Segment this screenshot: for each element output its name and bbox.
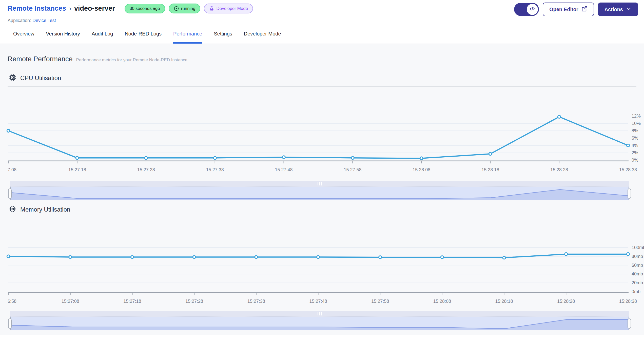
memory-chart-title: Memory Utilisation	[20, 206, 70, 213]
breadcrumb-current: video-server	[74, 5, 115, 12]
svg-text:0%: 0%	[632, 158, 638, 163]
tab-audit-log[interactable]: Audit Log	[92, 31, 113, 44]
memory-chart-brush[interactable]	[10, 311, 629, 330]
tab-developer-mode[interactable]: Developer Mode	[244, 31, 281, 44]
divider	[8, 86, 636, 87]
svg-text:15:27:58: 15:27:58	[344, 167, 361, 172]
developer-mode-toggle[interactable]	[514, 3, 539, 16]
breadcrumb-parent-link[interactable]: Remote Instances	[8, 5, 66, 12]
svg-text:15:28:18: 15:28:18	[495, 299, 513, 304]
svg-text:6:58: 6:58	[8, 299, 16, 304]
divider	[8, 69, 636, 69]
cpu-brush-drag-bar[interactable]	[10, 181, 629, 187]
svg-text:15:27:18: 15:27:18	[123, 299, 141, 304]
svg-text:15:27:38: 15:27:38	[247, 299, 265, 304]
svg-text:15:28:28: 15:28:28	[550, 167, 568, 172]
svg-text:80mb: 80mb	[632, 254, 643, 259]
svg-text:15:28:08: 15:28:08	[433, 299, 451, 304]
flask-icon	[209, 6, 214, 11]
application-label: Application:	[8, 18, 31, 23]
performance-panel: Remote Performance Performance metrics f…	[0, 44, 644, 335]
tab-overview[interactable]: Overview	[13, 31, 34, 44]
cpu-chart-title: CPU Utilisation	[20, 74, 61, 82]
svg-text:15:27:18: 15:27:18	[68, 167, 86, 172]
application-row: Application: Device Test	[8, 18, 638, 23]
running-status-badge: running	[169, 4, 201, 13]
drag-grip-icon[interactable]	[318, 312, 322, 315]
memory-brush-left-handle[interactable]	[8, 318, 12, 329]
actions-button[interactable]: Actions	[598, 3, 638, 16]
svg-text:15:28:38: 15:28:38	[619, 299, 637, 304]
memory-brush-right-handle[interactable]	[628, 318, 631, 329]
header-actions: Open Editor Actions	[514, 3, 638, 16]
svg-text:15:27:28: 15:27:28	[137, 167, 155, 172]
chevron-down-icon	[626, 6, 632, 13]
svg-text:15:28:28: 15:28:28	[557, 299, 575, 304]
page-title: Remote Performance	[8, 55, 73, 63]
svg-text:4%: 4%	[632, 143, 638, 148]
svg-text:12%: 12%	[632, 114, 641, 119]
status-badges: 30 seconds ago running Deve	[125, 4, 253, 13]
svg-text:15:28:38: 15:28:38	[619, 167, 637, 172]
svg-text:20mb: 20mb	[632, 280, 643, 285]
cpu-line-chart: 0%2%4%6%8%10%12%7:0815:27:1815:27:2815:2…	[8, 109, 636, 173]
cpu-brush-minimap[interactable]	[10, 187, 629, 200]
header: Remote Instances › video-server 30 secon…	[0, 0, 644, 23]
svg-text:15:27:08: 15:27:08	[62, 299, 79, 304]
cpu-section-header: CPU Utilisation	[9, 73, 636, 83]
external-link-icon	[581, 6, 588, 13]
code-icon	[529, 6, 536, 13]
svg-text:15:27:28: 15:27:28	[185, 299, 203, 304]
svg-text:0mb: 0mb	[632, 289, 640, 294]
section-header: Remote Performance Performance metrics f…	[0, 44, 644, 65]
svg-text:40mb: 40mb	[632, 271, 643, 276]
svg-text:15:27:38: 15:27:38	[206, 167, 224, 172]
svg-text:6%: 6%	[632, 136, 638, 141]
svg-text:15:27:58: 15:27:58	[371, 299, 389, 304]
svg-text:7:08: 7:08	[8, 167, 16, 172]
svg-text:60mb: 60mb	[632, 263, 643, 268]
cpu-brush-right-handle[interactable]	[628, 189, 631, 199]
memory-chip-icon	[9, 205, 16, 214]
tab-version-history[interactable]: Version History	[46, 31, 80, 44]
developer-mode-badge: Developer Mode	[204, 4, 253, 13]
svg-text:2%: 2%	[632, 150, 638, 155]
svg-text:100mb: 100mb	[632, 245, 644, 250]
svg-text:15:27:48: 15:27:48	[275, 167, 293, 172]
tab-bar: Overview Version History Audit Log Node-…	[0, 23, 644, 44]
open-editor-button[interactable]: Open Editor	[543, 3, 594, 16]
tab-performance[interactable]: Performance	[173, 31, 202, 44]
memory-line-chart: 0mb20mb40mb60mb80mb100mb6:5815:27:0815:2…	[8, 240, 636, 304]
divider	[8, 218, 636, 218]
svg-text:15:28:18: 15:28:18	[481, 167, 499, 172]
page: Remote Instances › video-server 30 secon…	[0, 0, 644, 338]
application-link[interactable]: Device Test	[32, 18, 56, 23]
drag-grip-icon[interactable]	[318, 182, 322, 185]
tab-settings[interactable]: Settings	[214, 31, 232, 44]
memory-brush-minimap[interactable]	[10, 317, 629, 330]
memory-section-header: Memory Utilisation	[9, 205, 636, 214]
svg-text:15:27:48: 15:27:48	[309, 299, 327, 304]
svg-text:15:28:08: 15:28:08	[413, 167, 430, 172]
cpu-brush-left-handle[interactable]	[8, 189, 12, 199]
breadcrumb-separator: ›	[69, 5, 71, 12]
tab-node-red-logs[interactable]: Node-RED Logs	[125, 31, 162, 44]
play-circle-icon	[174, 6, 179, 11]
memory-brush-drag-bar[interactable]	[10, 311, 629, 317]
svg-text:10%: 10%	[632, 121, 641, 126]
page-subtitle: Performance metrics for your Remote Node…	[76, 58, 187, 63]
toggle-knob	[527, 4, 538, 15]
cpu-chip-icon	[9, 74, 16, 82]
last-seen-badge: 30 seconds ago	[125, 4, 165, 13]
svg-text:8%: 8%	[632, 128, 638, 133]
cpu-chart-brush[interactable]	[10, 181, 629, 200]
